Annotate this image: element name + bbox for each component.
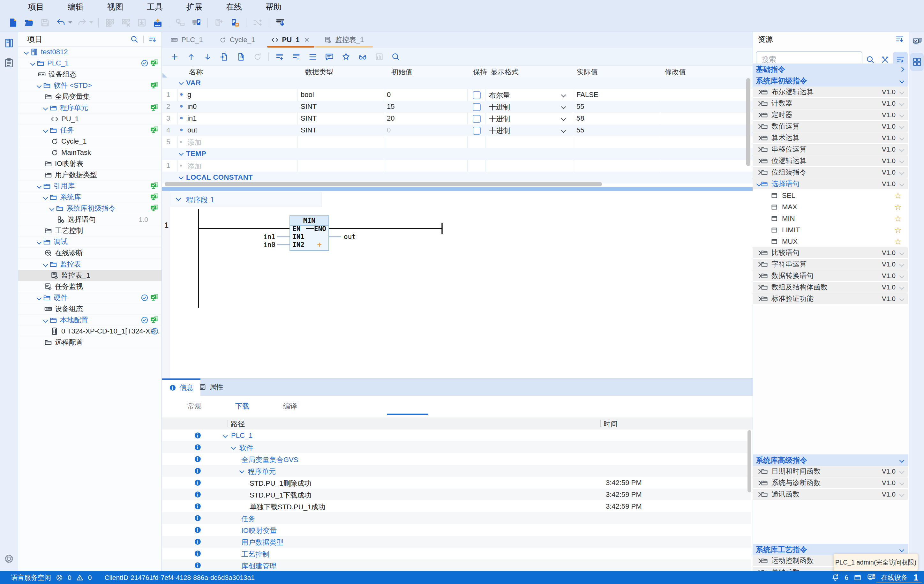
online-devices-count[interactable]: 1 [914, 573, 918, 583]
chevron-down-icon[interactable] [899, 492, 904, 497]
chevron-down-icon[interactable] [43, 128, 48, 133]
info-tab-属性[interactable]: 属性 [192, 378, 231, 396]
menu-item-1[interactable]: 项目 [28, 2, 44, 12]
compare-button[interactable] [175, 17, 186, 28]
resource-group-定时器[interactable]: 定时器V1.0 [752, 109, 908, 121]
select-all-corner[interactable] [162, 73, 167, 78]
warning-count-icon[interactable] [76, 574, 84, 581]
resource-group-算术运算[interactable]: 算术运算V1.0 [752, 132, 908, 144]
section-header-TEMP[interactable]: TEMP [179, 150, 206, 158]
resource-item-MIN[interactable]: MIN☆ [752, 213, 908, 224]
splitter[interactable] [162, 187, 752, 191]
column-header-7[interactable]: 修改值 [665, 67, 686, 77]
pencil-cross-icon[interactable] [880, 55, 890, 64]
chevron-down-icon[interactable] [899, 273, 904, 278]
column-header-2[interactable]: 数据类型 [305, 67, 333, 77]
resource-group-位逻辑运算[interactable]: 位逻辑运算V1.0 [752, 155, 908, 167]
info-row-8[interactable]: 任务 [162, 512, 751, 524]
tree-item-IO映射表[interactable]: IO映射表 [18, 158, 162, 170]
device-copy-button[interactable] [213, 17, 224, 28]
format-dropdown-chevron-icon[interactable] [561, 128, 566, 133]
format-dropdown-chevron-icon[interactable] [561, 104, 566, 109]
retain-checkbox[interactable] [473, 115, 481, 123]
info-row-label[interactable]: 全局变量集合GVS [241, 455, 298, 465]
info-subtab-编译[interactable]: 编译 [283, 401, 297, 411]
tree-item-任务监视[interactable]: 任务监视 [18, 281, 162, 292]
table-vertical-scrollbar[interactable] [746, 78, 751, 166]
tree-item-任务[interactable]: 任务 [18, 125, 162, 136]
tree-item-PU_1[interactable]: PU_1 [18, 114, 162, 125]
error-count-icon[interactable] [56, 574, 63, 581]
info-vertical-scrollbar[interactable] [747, 430, 751, 492]
table-section-TEMP[interactable]: TEMP [162, 148, 752, 160]
tree-item-在线诊断[interactable]: 在线诊断 [18, 247, 162, 259]
menu-item-5[interactable]: 扩展 [186, 2, 202, 12]
info-row-label[interactable]: 用户数据类型 [241, 538, 284, 547]
table-section-VAR[interactable]: VAR [162, 77, 752, 89]
doc-export-button[interactable] [236, 52, 246, 62]
refresh-button[interactable] [252, 52, 263, 62]
resource-group-数据转换语句[interactable]: 数据转换语句V1.0 [752, 270, 908, 282]
chevron-down-icon[interactable] [239, 469, 244, 473]
resource-item-SEL[interactable]: SEL☆ [752, 190, 908, 201]
tree-item-系统库[interactable]: 系统库 [18, 192, 162, 203]
dropdown-caret-icon[interactable] [89, 21, 93, 24]
tree-item-选择语句[interactable]: 选择语句1.0 [18, 214, 162, 225]
info-row-label[interactable]: IO映射变量 [241, 526, 277, 536]
chevron-down-icon[interactable] [43, 105, 48, 111]
close-icon[interactable]: × [305, 35, 309, 45]
menu-item-6[interactable]: 在线 [226, 2, 242, 12]
favorite-star-icon[interactable]: ☆ [894, 237, 902, 247]
info-row-5[interactable]: STD.PU_1删除成功3:42:59 PM [162, 477, 751, 488]
clipboard-icon[interactable] [3, 58, 14, 68]
column-header-6[interactable]: 实际值 [577, 67, 598, 77]
online-device-icon[interactable] [867, 573, 876, 582]
chevron-down-icon[interactable] [899, 285, 904, 290]
undo-button[interactable] [56, 17, 66, 28]
resources-section-系统库高级指令[interactable]: 系统库高级指令 [752, 454, 908, 466]
tree-item-用户数据类型[interactable]: 用户数据类型 [18, 170, 162, 181]
editor-tab-监控表_1[interactable]: 监控表_1 [315, 32, 373, 48]
tree-item-0-T324-XP-CD-10_1-T324-XP-[interactable]: 0 T324-XP-CD-10_1[T324-XP... [18, 326, 162, 337]
chevron-down-icon[interactable] [899, 458, 904, 463]
info-row-label[interactable]: 库创建管理 [241, 561, 276, 571]
info-row-7[interactable]: 单独下载STD.PU_1成功3:42:59 PM [162, 500, 751, 512]
shuffle-button[interactable] [252, 17, 263, 28]
chart-button[interactable] [374, 52, 384, 62]
resource-group-数组及结构体函数[interactable]: 数组及结构体函数V1.0 [752, 282, 908, 293]
info-subtab-常规[interactable]: 常规 [187, 401, 201, 411]
resource-group-计数器[interactable]: 计数器V1.0 [752, 98, 908, 109]
sort-icon[interactable] [895, 35, 904, 44]
chevron-down-icon[interactable] [899, 250, 904, 255]
chevron-down-icon[interactable] [899, 101, 904, 106]
info-row-label[interactable]: 工艺控制 [241, 549, 269, 559]
resource-group-比较语句[interactable]: 比较语句V1.0 [752, 247, 908, 259]
info-row-2[interactable]: 软件 [162, 441, 751, 453]
search-icon[interactable] [130, 35, 139, 44]
notification-count[interactable]: 6 [845, 574, 848, 581]
table-horizontal-scrollbar[interactable] [165, 182, 602, 186]
resources-section-系统库初级指令[interactable]: 系统库初级指令 [752, 75, 908, 86]
tree-item-系统库初级指令[interactable]: 系统库初级指令 [18, 203, 162, 214]
dropdown-caret-icon[interactable] [68, 21, 72, 24]
chevron-down-icon[interactable] [43, 318, 48, 323]
chevron-down-icon[interactable] [899, 78, 904, 83]
tree-item-程序单元[interactable]: 程序单元 [18, 102, 162, 114]
info-row-12[interactable]: 库创建管理 [162, 559, 751, 571]
resource-group-位组装指令[interactable]: 位组装指令V1.0 [752, 167, 908, 178]
section-header-LOCAL-CONSTANT[interactable]: LOCAL CONSTANT [179, 173, 253, 181]
chevron-down-icon[interactable] [231, 445, 236, 450]
editor-tab-PU_1[interactable]: PU_1× [266, 32, 314, 48]
chevron-down-icon[interactable] [899, 480, 904, 485]
retain-checkbox[interactable] [473, 91, 481, 99]
chevron-down-icon[interactable] [899, 170, 904, 175]
magnifier-button[interactable] [391, 52, 401, 62]
editor-tab-PLC_1[interactable]: PLC_1 [164, 32, 209, 48]
info-row-10[interactable]: 用户数据类型 [162, 536, 751, 548]
device-sync-button[interactable] [229, 17, 240, 28]
grid-delete-button[interactable] [120, 17, 131, 28]
plus-button[interactable] [170, 52, 180, 62]
favorite-star-icon[interactable]: ☆ [894, 214, 902, 224]
editor-tab-Cycle_1[interactable]: Cycle_1 [211, 32, 263, 48]
save-button[interactable] [40, 17, 50, 28]
